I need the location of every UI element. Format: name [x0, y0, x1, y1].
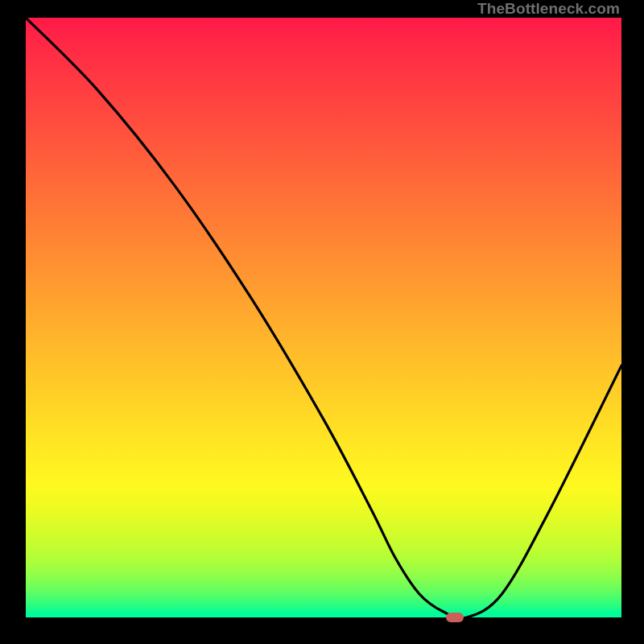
watermark-text: TheBottleneck.com [477, 0, 620, 18]
optimal-marker [446, 613, 464, 622]
plot-area [26, 18, 621, 617]
chart-frame: TheBottleneck.com [0, 0, 644, 644]
bottleneck-curve [26, 18, 621, 617]
